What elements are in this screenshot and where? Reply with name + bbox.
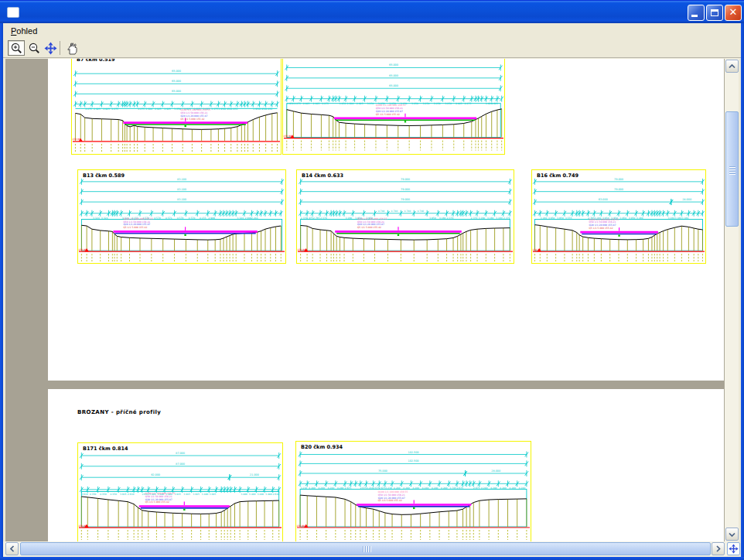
chevron-right-icon xyxy=(716,545,721,552)
window-border-bottom xyxy=(0,557,744,560)
svg-text:150.00: 150.00 xyxy=(73,138,81,141)
svg-text:102.500: 102.500 xyxy=(408,451,418,454)
close-icon: ✕ xyxy=(725,6,741,18)
toolbar xyxy=(3,39,741,58)
svg-text:B20 čkm 0.934: B20 čkm 0.934 xyxy=(301,444,343,450)
scroll-right-button[interactable] xyxy=(712,542,725,555)
document-viewport: BROZANY - příčné profily B7 čkm 0.51965.… xyxy=(3,59,741,557)
thumb-grip xyxy=(365,546,366,552)
svg-text:B14 čkm 0.633: B14 čkm 0.633 xyxy=(302,172,343,179)
profile-chart-b16: B16 čkm 0.74979.00079.00063.00024.0003.1… xyxy=(531,169,706,264)
thumb-grip xyxy=(729,169,735,169)
svg-text:28.000: 28.000 xyxy=(491,470,500,473)
zoom-in-button[interactable] xyxy=(8,40,25,56)
svg-text:75.000: 75.000 xyxy=(378,470,387,473)
svg-text:102.500: 102.500 xyxy=(408,459,418,463)
horizontal-scrollbar[interactable] xyxy=(3,541,727,556)
svg-text:B7 čkm 0.519: B7 čkm 0.519 xyxy=(77,59,115,63)
svg-text:4.740: 4.740 xyxy=(417,210,424,213)
svg-text:79.000: 79.000 xyxy=(401,178,410,181)
maximize-button[interactable] xyxy=(706,5,723,21)
title-bar[interactable]: ✕ xyxy=(0,0,744,23)
chevron-up-icon xyxy=(729,64,735,69)
svg-text:62.000: 62.000 xyxy=(151,473,160,476)
svg-text:B16 čkm 0.749: B16 čkm 0.749 xyxy=(537,172,579,179)
svg-text:3.915: 3.915 xyxy=(193,493,200,496)
svg-text:4.350: 4.350 xyxy=(110,493,117,496)
pan-mode-button[interactable] xyxy=(727,542,740,555)
svg-text:3.915: 3.915 xyxy=(120,493,127,496)
scroll-left-button[interactable] xyxy=(5,542,19,555)
thumb-grip xyxy=(729,166,735,167)
thumb-grip xyxy=(367,546,368,552)
minimize-button[interactable] xyxy=(688,5,705,21)
svg-text:65.000: 65.000 xyxy=(172,80,181,83)
svg-text:4.350: 4.350 xyxy=(90,493,97,496)
svg-text:79.000: 79.000 xyxy=(614,188,623,191)
svg-text:3.480: 3.480 xyxy=(202,493,209,496)
svg-text:Q5 1/1 5.000 155.42: Q5 1/1 5.000 155.42 xyxy=(357,226,381,229)
svg-text:3.915: 3.915 xyxy=(174,493,181,496)
app-window: ✕ Pohled xyxy=(0,0,744,560)
section-header: BROZANY - příčné profily xyxy=(77,409,161,415)
svg-text:79.000: 79.000 xyxy=(614,178,623,181)
svg-text:4.740: 4.740 xyxy=(391,210,398,213)
svg-text:3.480: 3.480 xyxy=(241,493,247,496)
menu-item-pohled[interactable]: Pohled xyxy=(7,25,41,37)
vertical-scroll-thumb[interactable] xyxy=(725,111,739,227)
svg-text:83.100: 83.100 xyxy=(177,198,186,201)
svg-text:65.000: 65.000 xyxy=(172,90,181,93)
menu-bar: Pohled xyxy=(3,23,741,39)
horizontal-scroll-thumb[interactable] xyxy=(20,542,711,555)
toolbar-separator xyxy=(60,41,60,55)
svg-text:Q5 1/1 5.000 155.42: Q5 1/1 5.000 155.42 xyxy=(376,113,400,116)
profile-chart-b171: B171 čkm 0.81487.00087.00062.00021.0002.… xyxy=(77,442,283,541)
svg-text:65.000: 65.000 xyxy=(172,70,181,73)
window-border-right xyxy=(741,23,744,557)
svg-text:B171 čkm 0.814: B171 čkm 0.814 xyxy=(83,446,128,452)
chevron-down-icon xyxy=(729,532,735,537)
close-button[interactable]: ✕ xyxy=(725,5,742,21)
svg-text:3.480: 3.480 xyxy=(249,493,256,496)
svg-text:3.480: 3.480 xyxy=(265,493,272,496)
vertical-scrollbar[interactable] xyxy=(724,59,739,541)
svg-text:87.000: 87.000 xyxy=(176,463,185,466)
pan-arrows-icon xyxy=(44,42,57,55)
svg-text:150.00: 150.00 xyxy=(533,248,541,251)
pan-button[interactable] xyxy=(42,40,59,56)
svg-text:Q5 1/1 5.000 155.42: Q5 1/1 5.000 155.42 xyxy=(180,118,204,121)
maximize-icon xyxy=(711,9,718,16)
scroll-down-button[interactable] xyxy=(725,528,739,541)
svg-text:150.00: 150.00 xyxy=(297,524,305,528)
svg-text:83.100: 83.100 xyxy=(177,188,186,191)
scrollbar-corner xyxy=(727,541,741,556)
svg-text:150.00: 150.00 xyxy=(284,135,292,138)
svg-text:65.000: 65.000 xyxy=(389,84,398,87)
hand-icon xyxy=(66,42,79,55)
svg-text:2.610: 2.610 xyxy=(81,493,88,496)
svg-text:B13 čkm 0.589: B13 čkm 0.589 xyxy=(83,172,125,179)
svg-text:65.000: 65.000 xyxy=(389,74,398,77)
svg-text:Q5 1/1 5.000 155.42: Q5 1/1 5.000 155.42 xyxy=(145,500,169,504)
svg-text:63.000: 63.000 xyxy=(599,198,608,201)
svg-text:150.00: 150.00 xyxy=(79,248,87,251)
zoom-in-icon xyxy=(10,42,23,55)
thumb-grip xyxy=(729,173,735,174)
minimize-icon xyxy=(691,15,698,17)
profile-chart-p2: 65.00065.00065.0001.9502.2752.9252.9252.… xyxy=(282,59,505,155)
profile-chart-b20: B20 čkm 0.934102.500102.50075.00028.0003… xyxy=(295,441,531,541)
zoom-out-button[interactable] xyxy=(26,40,43,56)
svg-text:150.00: 150.00 xyxy=(298,248,306,251)
profile-chart-b14: B14 čkm 0.63379.00079.00079.0002.3701.97… xyxy=(296,169,514,264)
svg-text:Q5 1/1 5.000 155.42: Q5 1/1 5.000 155.42 xyxy=(589,227,613,230)
app-body: Pohled xyxy=(3,23,741,557)
profile-chart-p1: B7 čkm 0.51965.00065.00065.0002.2752.925… xyxy=(71,59,282,155)
svg-text:3.045: 3.045 xyxy=(210,493,217,496)
scroll-up-button[interactable] xyxy=(725,60,739,73)
svg-text:4.740: 4.740 xyxy=(378,210,385,213)
hand-tool-button[interactable] xyxy=(63,40,80,56)
svg-text:Q5 1/1 5.000 155.42: Q5 1/1 5.000 155.42 xyxy=(378,499,402,502)
svg-text:87.000: 87.000 xyxy=(176,452,185,455)
svg-text:2.610: 2.610 xyxy=(272,493,279,496)
thumb-grip xyxy=(729,171,735,172)
